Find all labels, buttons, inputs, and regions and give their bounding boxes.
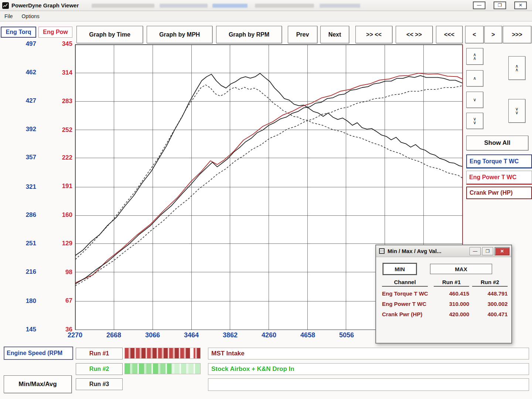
power-tick-label: 67 (65, 297, 72, 304)
rpm-tick-label: 4260 (256, 331, 282, 339)
rpm-tick-label: 3862 (217, 331, 243, 339)
row-crank-run1: 420.000 (434, 310, 469, 318)
column-run1: Run #1 (434, 278, 469, 287)
close-button[interactable]: ✕ (514, 1, 527, 9)
row-torque-run1: 460.415 (434, 289, 469, 298)
power-tick-label: 160 (62, 211, 72, 219)
torque-tick-label: 321 (26, 183, 36, 191)
rpm-tick-label: 5056 (334, 331, 359, 339)
torque-tick-label: 497 (26, 40, 36, 48)
run1-color-bar (125, 348, 201, 359)
power-tick-label: 252 (62, 126, 72, 134)
run2-color-bar (125, 363, 201, 374)
row-power-channel: Eng Power T WC (382, 299, 432, 308)
min-max-avg-button[interactable]: Min/Max/Avg (4, 375, 72, 393)
menu-file[interactable]: File (0, 12, 17, 20)
torque-tick-label: 392 (26, 126, 36, 133)
blurred-title-text (212, 4, 248, 8)
scroll-far-left-button[interactable]: <<< (436, 26, 463, 43)
title-bar[interactable]: PowerDyne Graph Viewer — ❐ ✕ (0, 0, 532, 11)
max-button[interactable]: MAX (430, 264, 492, 274)
rpm-tick-label: 3066 (140, 331, 166, 339)
dialog-title: Min / Max / Avg Val... (388, 248, 441, 254)
scale-up-fast-icon[interactable]: ∧ ∧ (466, 48, 483, 65)
torque-tick-label: 180 (26, 297, 36, 305)
torque-tick-label: 357 (26, 154, 36, 161)
window-title: PowerDyne Graph Viewer (11, 2, 79, 8)
row-torque-channel: Eng Torque T WC (382, 289, 432, 298)
row-power-run1: 310.000 (434, 299, 469, 308)
powerdyne-window: PowerDyne Graph Viewer — ❐ ✕ File Option… (0, 0, 532, 399)
power-tick-label: 129 (62, 240, 72, 247)
dialog-restore-button[interactable]: ❐ (482, 247, 493, 255)
graph-by-mph-button[interactable]: Graph by MPH (147, 26, 212, 43)
menu-bar: File Options (0, 11, 532, 21)
scale-up-icon[interactable]: ∧ (466, 70, 483, 86)
torque-tick-label: 462 (26, 69, 36, 76)
rpm-tick-label: 4658 (295, 331, 321, 339)
tab-eng-power[interactable]: Eng Pow (38, 27, 72, 38)
power-tick-label: 283 (62, 98, 72, 105)
rpm-tick-label: 2668 (101, 331, 127, 339)
show-all-button[interactable]: Show All (466, 136, 528, 150)
power-axis-labels: 345314283252222191160129986736 (54, 44, 72, 330)
rpm-tick-label: 2270 (62, 331, 88, 339)
run2-label[interactable]: Run #2 (76, 363, 123, 375)
torque-tick-label: 145 (26, 326, 36, 333)
app-icon (2, 2, 9, 9)
graph-by-rpm-button[interactable]: Graph by RPM (216, 26, 282, 43)
dialog-title-bar[interactable]: Min / Max / Avg Val... — ❐ ✕ (376, 245, 511, 257)
blurred-title-text (255, 4, 314, 8)
power-tick-label: 345 (62, 40, 72, 48)
legend-eng-power[interactable]: Eng Power T WC (466, 171, 532, 185)
blurred-title-text (92, 4, 154, 8)
engine-speed-label: Engine Speed (RPM (4, 347, 73, 360)
power-tick-label: 98 (65, 269, 72, 276)
minimize-button[interactable]: — (473, 1, 485, 9)
blurred-title-text (160, 4, 208, 8)
torque-tick-label: 427 (26, 97, 36, 105)
column-channel: Channel (382, 278, 428, 287)
scroll-right-button[interactable]: > (484, 26, 502, 43)
scroll-far-right-button[interactable]: >>> (503, 26, 531, 43)
power-tick-label: 222 (62, 154, 72, 161)
run3-label[interactable]: Run #3 (76, 378, 123, 390)
scroll-left-button[interactable]: < (465, 26, 484, 43)
power-tick-label: 314 (62, 69, 72, 76)
rpm-tick-label: 3464 (178, 331, 204, 339)
row-crank-channel: Crank Pwr (HP) (382, 310, 432, 318)
run1-file-field[interactable]: MST Intake (208, 348, 529, 359)
scale-down-fast-icon[interactable]: ∨ ∨ (466, 113, 483, 129)
run1-label[interactable]: Run #1 (76, 348, 123, 359)
torque-tick-label: 251 (26, 240, 36, 247)
column-run2: Run #2 (472, 278, 508, 287)
torque-tick-label: 286 (26, 211, 36, 219)
tab-eng-torque[interactable]: Eng Torq (1, 27, 36, 38)
dialog-minimize-button[interactable]: — (470, 247, 481, 255)
prev-button[interactable]: Prev (288, 26, 317, 43)
dialog-icon (379, 248, 385, 254)
min-max-avg-dialog: Min / Max / Avg Val... — ❐ ✕ MIN MAX Cha… (375, 245, 512, 344)
shift-down-icon[interactable]: ∨ ∨ (508, 99, 525, 123)
shift-up-icon[interactable]: ∧ ∧ (508, 56, 525, 80)
zoom-out-button[interactable]: << >> (396, 26, 433, 43)
menu-options[interactable]: Options (17, 12, 44, 20)
zoom-in-button[interactable]: >> << (355, 26, 392, 43)
row-torque-run2: 448.791 (472, 289, 508, 298)
dialog-close-button[interactable]: ✕ (495, 247, 509, 255)
min-button[interactable]: MIN (383, 263, 417, 275)
blurred-title-text (320, 4, 360, 8)
legend-eng-torque[interactable]: Eng Torque T WC (466, 154, 532, 168)
graph-by-time-button[interactable]: Graph by Time (76, 26, 143, 43)
row-crank-run2: 400.471 (472, 310, 508, 318)
scale-down-icon[interactable]: ∨ (466, 92, 483, 108)
restore-button[interactable]: ❐ (494, 1, 506, 9)
row-power-run2: 300.002 (472, 299, 508, 308)
torque-axis-labels: 497462427392357321286251216180145 (10, 44, 36, 330)
legend-crank-pwr[interactable]: Crank Pwr (HP) (466, 187, 532, 199)
run2-file-field[interactable]: Stock Airbox + K&N Drop In (208, 363, 529, 375)
power-tick-label: 191 (62, 183, 72, 190)
run3-file-field[interactable] (208, 378, 529, 391)
next-button[interactable]: Next (320, 26, 349, 43)
torque-tick-label: 216 (26, 268, 36, 276)
